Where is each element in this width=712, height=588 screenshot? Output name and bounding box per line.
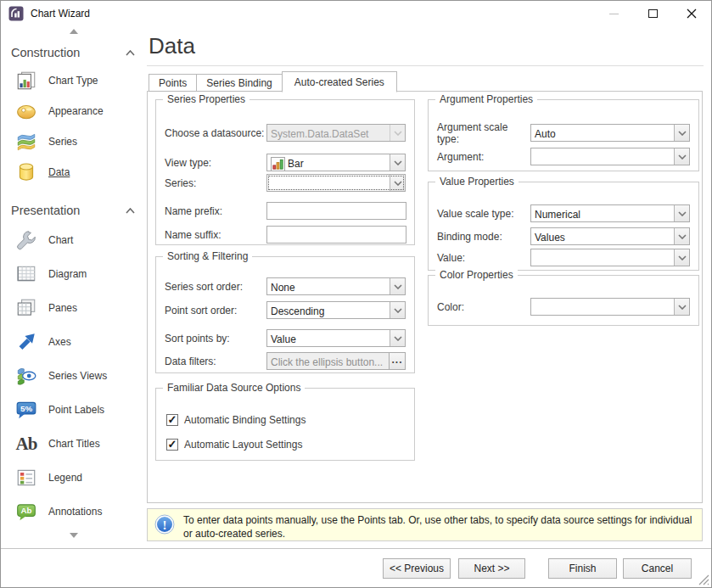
field-row: Binding mode: Values	[437, 227, 690, 245]
value-combobox[interactable]	[530, 249, 690, 266]
group-value-properties: Value Properties Value scale type: Numer…	[428, 182, 699, 271]
checkbox-label: Automatic Binding Settings	[184, 414, 306, 426]
sidebar-item-chart-type[interactable]: Chart Type	[1, 65, 147, 96]
sidebar-item-series-views[interactable]: Series Views	[1, 359, 147, 393]
view-type-combobox[interactable]: Bar	[266, 154, 406, 171]
name-prefix-input[interactable]	[266, 202, 406, 220]
series-views-icon	[14, 364, 39, 388]
resize-grip[interactable]	[698, 574, 709, 585]
palette-icon	[14, 99, 39, 123]
field-label: Name prefix:	[165, 205, 266, 217]
sidebar-item-axes[interactable]: Axes	[1, 325, 147, 359]
sidebar-item-label: Chart	[48, 234, 73, 246]
sidebar-item-data[interactable]: Data	[1, 157, 147, 188]
group-title: Series Properties	[163, 93, 249, 105]
group-title: Familiar Data Source Options	[163, 382, 305, 394]
sidebar-scroll-down[interactable]	[1, 530, 147, 540]
section-label: Presentation	[11, 204, 80, 217]
field-label: Point sort order:	[165, 305, 266, 316]
field-label: Binding mode:	[437, 231, 530, 243]
tab-auto-created-series[interactable]: Auto-created Series	[282, 71, 397, 92]
close-icon	[687, 8, 697, 19]
svg-text:Ab: Ab	[21, 506, 32, 515]
main-content: Data Points Series Binding Auto-created …	[147, 26, 704, 548]
sidebar-item-chart[interactable]: Chart	[1, 223, 147, 257]
chevron-up-icon	[126, 50, 135, 56]
page-title: Data	[149, 33, 704, 59]
field-label: Series:	[165, 177, 266, 189]
sidebar-item-chart-titles[interactable]: Ab Chart Titles	[1, 427, 147, 461]
finish-button[interactable]: Finish	[548, 558, 617, 579]
close-button[interactable]	[672, 1, 711, 26]
field-label: View type:	[165, 157, 266, 169]
sidebar-item-annotations[interactable]: Ab Annotations	[1, 495, 147, 529]
automatic-layout-checkbox[interactable]: ✓	[166, 439, 178, 451]
sidebar-item-legend[interactable]: Legend	[1, 461, 147, 495]
argument-combobox[interactable]	[530, 148, 690, 165]
panes-icon	[14, 296, 39, 320]
app-icon	[8, 6, 24, 21]
cancel-button[interactable]: Cancel	[623, 558, 692, 579]
chevron-down-icon	[674, 125, 689, 141]
color-combobox[interactable]	[530, 298, 690, 316]
field-label: Value:	[437, 252, 530, 264]
info-icon: !	[154, 514, 175, 535]
checkbox-row: ✓ Automatic Layout Settings	[166, 435, 406, 453]
footer-divider	[1, 548, 711, 549]
check-icon: ✓	[168, 440, 177, 450]
sidebar-item-appearance[interactable]: Appearance	[1, 96, 147, 126]
sidebar-item-series[interactable]: Series	[1, 126, 147, 157]
svg-text:!: !	[163, 518, 167, 532]
series-sort-order-combobox[interactable]: None	[266, 277, 406, 295]
chevron-down-icon	[674, 148, 689, 165]
tab-points[interactable]: Points	[149, 74, 197, 92]
section-header-presentation[interactable]: Presentation	[11, 199, 135, 221]
sidebar-item-point-labels[interactable]: 5% Point Labels	[1, 393, 147, 427]
ellipsis-button[interactable]: ...	[389, 353, 405, 369]
binding-mode-combobox[interactable]: Values	[530, 227, 690, 245]
group-sorting-filtering: Sorting & Filtering Series sort order: N…	[155, 256, 415, 373]
sidebar-item-label: Annotations	[48, 506, 102, 518]
field-label: Argument scale type:	[437, 121, 530, 145]
group-title: Value Properties	[435, 176, 519, 188]
automatic-binding-checkbox[interactable]: ✓	[166, 414, 178, 426]
sidebar-item-label: Chart Titles	[48, 438, 100, 450]
sidebar-item-label: Series	[48, 136, 77, 148]
previous-button[interactable]: << Previous	[383, 558, 451, 579]
field-row: Name prefix:	[165, 202, 406, 220]
minimize-button[interactable]	[594, 1, 633, 26]
sidebar-item-diagram[interactable]: Diagram	[1, 257, 147, 291]
window-title: Chart Wizard	[31, 8, 90, 20]
field-row: View type: Bar	[165, 154, 406, 171]
triangle-down-icon	[70, 533, 78, 538]
next-button[interactable]: Next >>	[458, 558, 525, 579]
minimize-icon	[609, 14, 619, 14]
argument-scale-type-combobox[interactable]: Auto	[530, 124, 690, 142]
series-layers-icon	[14, 130, 39, 154]
point-sort-order-combobox[interactable]: Descending	[266, 301, 406, 319]
sidebar-item-label: Appearance	[48, 105, 104, 117]
value-scale-type-combobox[interactable]: Numerical	[530, 204, 690, 222]
sidebar-scroll-up[interactable]	[1, 26, 147, 36]
bar-chart-icon	[271, 157, 285, 171]
wizard-sidebar: Construction Chart Type	[1, 26, 147, 546]
chart-titles-icon: Ab	[14, 432, 39, 456]
axes-arrow-icon	[14, 330, 39, 354]
name-suffix-input[interactable]	[266, 226, 406, 244]
data-filters-field[interactable]: Click the ellipsis button... ...	[266, 352, 406, 370]
series-combobox[interactable]	[266, 174, 406, 192]
chevron-down-icon	[390, 125, 405, 141]
maximize-button[interactable]	[633, 1, 672, 26]
field-label: Data filters:	[165, 356, 266, 367]
sidebar-item-label: Point Labels	[48, 404, 104, 416]
tab-series-binding[interactable]: Series Binding	[196, 74, 282, 92]
sidebar-item-label: Series Views	[48, 370, 107, 382]
field-row: Value scale type: Numerical	[437, 204, 690, 222]
title-rule	[147, 65, 704, 66]
checkbox-label: Automatic Layout Settings	[184, 439, 302, 451]
section-header-construction[interactable]: Construction	[11, 42, 135, 64]
chevron-up-icon	[126, 208, 135, 214]
sidebar-item-panes[interactable]: Panes	[1, 291, 147, 325]
triangle-up-icon	[70, 29, 78, 34]
sort-points-by-combobox[interactable]: Value	[266, 329, 406, 347]
